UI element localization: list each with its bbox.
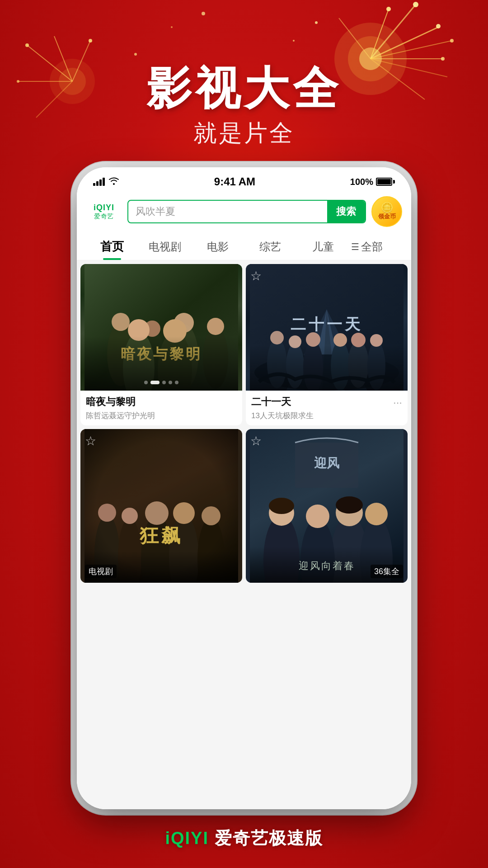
svg-point-12 (441, 57, 445, 61)
card-right-image: 二十一天 ☆ (246, 264, 408, 391)
drama-poster-art: 暗夜与黎明 (80, 264, 242, 391)
tab-kids[interactable]: 儿童 (297, 233, 350, 259)
nav-tabs: 首页 电视剧 电影 综艺 儿童 ☰ 全部 (77, 232, 411, 260)
dot-3 (162, 381, 166, 384)
card-bottom-left[interactable]: 狂飙 ☆ (80, 429, 242, 583)
svg-point-39 (207, 318, 224, 335)
first-row: 暗夜与黎明 (77, 260, 411, 425)
battery-area: 100% (350, 177, 395, 187)
svg-point-13 (413, 2, 418, 7)
battery-fill (377, 179, 391, 184)
gold-coin-icon: 🪙 (381, 203, 393, 213)
card-right-title: 二十一天 (251, 395, 314, 409)
svg-text:迎风: 迎风 (314, 456, 339, 470)
tab-tv[interactable]: 电视剧 (139, 233, 192, 259)
svg-point-62 (370, 334, 383, 347)
svg-point-33 (112, 313, 130, 331)
card-right-more[interactable]: ··· (393, 395, 402, 409)
status-bar: 9:41 AM 100% (77, 167, 411, 192)
svg-point-23 (25, 43, 29, 47)
phone-mockup: 9:41 AM 100% iQIYI 爱奇艺 风吹半夏 搜索 (77, 167, 411, 809)
search-input[interactable]: 风吹半夏 (128, 205, 327, 218)
svg-point-25 (89, 39, 92, 42)
tab-home[interactable]: 首页 (86, 232, 139, 260)
gold-coin-button[interactable]: 🪙 领金币 (371, 196, 402, 227)
bottom-row: 狂飙 ☆ (77, 429, 411, 586)
svg-point-11 (436, 24, 441, 28)
card-left-subtitle: 陈哲远聂远守护光明 (86, 410, 237, 421)
app-header: iQIYI 爱奇艺 风吹半夏 搜索 🪙 领金币 (77, 192, 411, 232)
tab-movie[interactable]: 电影 (191, 233, 244, 259)
battery-percent: 100% (350, 177, 373, 187)
signal-bar-1 (93, 183, 95, 186)
search-button[interactable]: 搜索 (327, 201, 365, 222)
card-left-image: 暗夜与黎明 (80, 264, 242, 391)
svg-point-60 (351, 333, 366, 347)
svg-point-56 (306, 332, 320, 347)
battery-tip (393, 180, 395, 184)
card-right-star[interactable]: ☆ (250, 269, 262, 283)
logo-text-bottom: 爱奇艺 (94, 212, 114, 221)
headline-sub: 就是片全 (0, 118, 488, 149)
svg-text:迎风向着春: 迎风向着春 (299, 560, 355, 571)
status-time: 9:41 AM (214, 175, 255, 188)
svg-point-28 (134, 53, 137, 56)
card-featured-left[interactable]: 暗夜与黎明 (80, 264, 242, 425)
svg-point-15 (386, 7, 391, 11)
card-bottom-left-badge: 电视剧 (85, 565, 117, 578)
phone-inner: 9:41 AM 100% iQIYI 爱奇艺 风吹半夏 搜索 (77, 167, 411, 809)
svg-point-88 (306, 505, 329, 528)
svg-point-29 (171, 26, 173, 28)
svg-point-30 (202, 12, 205, 15)
signal-bar-4 (103, 178, 105, 186)
pagination-dots (80, 381, 242, 384)
svg-point-90 (365, 503, 388, 525)
card-bottom-right[interactable]: 迎风 迎风向着春 (246, 429, 408, 583)
logo-text-top: iQIYI (94, 203, 114, 212)
content-area: 暗夜与黎明 (77, 260, 411, 809)
dot-2 (150, 381, 160, 384)
svg-rect-64 (250, 345, 404, 391)
svg-point-83 (269, 498, 294, 514)
tab-all[interactable]: ☰ 全部 (349, 233, 402, 259)
period-drama-poster: 狂飙 (80, 429, 242, 583)
iqiyi-logo[interactable]: iQIYI 爱奇艺 (86, 203, 122, 221)
footer-iqiyi-text: iQIYI (165, 829, 209, 848)
footer-brand-text: iQIYI 爱奇艺极速版 (0, 827, 488, 850)
dot-4 (169, 381, 172, 384)
battery-icon (376, 178, 395, 186)
card-left-text: 暗夜与黎明 陈哲远聂远守护光明 (80, 391, 242, 425)
svg-point-52 (270, 331, 284, 344)
headline-area: 影视大全 就是片全 (0, 63, 488, 149)
menu-icon: ☰ (351, 241, 359, 252)
card-bottom-right-star[interactable]: ☆ (250, 434, 262, 448)
dot-1 (144, 381, 148, 384)
svg-point-86 (336, 496, 363, 514)
tab-variety[interactable]: 综艺 (244, 233, 297, 259)
search-bar[interactable]: 风吹半夏 搜索 (127, 200, 366, 223)
svg-point-27 (293, 40, 295, 42)
wifi-icon (108, 177, 119, 187)
card-right-text: 二十一天 13人天坑极限求生 ··· (246, 391, 408, 425)
svg-text:二十一天: 二十一天 (291, 316, 363, 333)
svg-point-58 (333, 333, 347, 347)
modern-drama-poster: 迎风 迎风向着春 (246, 429, 408, 583)
signal-area (93, 177, 119, 187)
dot-5 (175, 381, 178, 384)
signal-bar-3 (99, 179, 102, 186)
footer-cn-text: 爱奇艺极速版 (215, 829, 323, 848)
footer-brand: iQIYI 爱奇艺极速版 (0, 827, 488, 850)
headline-main: 影视大全 (0, 63, 488, 113)
card-left-title: 暗夜与黎明 (86, 395, 237, 409)
signal-bars-icon (93, 178, 105, 186)
card-featured-right[interactable]: 二十一天 ☆ (246, 264, 408, 425)
svg-point-26 (315, 21, 318, 24)
signal-bar-2 (96, 181, 99, 186)
card-right-subtitle: 13人天坑极限求生 (251, 410, 314, 421)
svg-text:狂飙: 狂飙 (139, 525, 183, 546)
action-poster-art: 二十一天 (246, 264, 408, 391)
card-bottom-left-star[interactable]: ☆ (85, 434, 96, 448)
gold-coin-label: 领金币 (378, 213, 396, 220)
battery-body (376, 178, 392, 186)
card-bottom-right-badge: 36集全 (371, 565, 403, 578)
